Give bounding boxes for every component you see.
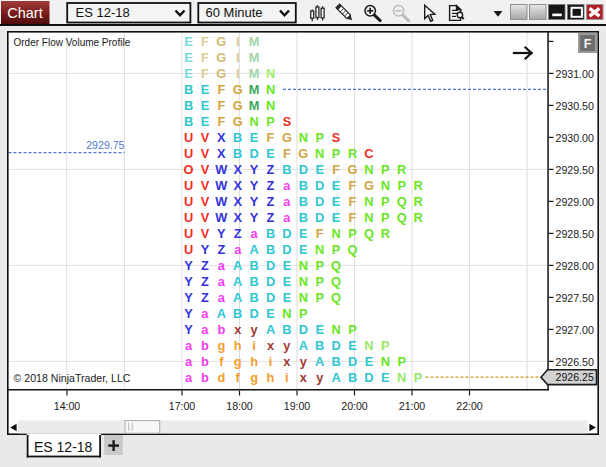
svg-text:G: G <box>282 130 292 145</box>
svg-text:P: P <box>315 130 324 145</box>
svg-text:D: D <box>266 274 275 289</box>
svg-text:f: f <box>219 354 224 369</box>
svg-text:i: i <box>269 354 273 369</box>
svg-text:a: a <box>218 290 226 305</box>
svg-text:F: F <box>217 82 225 97</box>
svg-text:D: D <box>331 338 340 353</box>
svg-text:P: P <box>397 354 406 369</box>
svg-text:A: A <box>266 322 275 337</box>
svg-text:b: b <box>201 354 209 369</box>
svg-text:Y: Y <box>184 274 193 289</box>
svg-text:N: N <box>397 370 406 385</box>
svg-text:N: N <box>364 162 373 177</box>
svg-text:B: B <box>266 242 275 257</box>
svg-text:18:00: 18:00 <box>226 400 253 412</box>
svg-text:X: X <box>217 146 226 161</box>
svg-text:A: A <box>233 274 242 289</box>
svg-text:Z: Z <box>201 290 209 305</box>
svg-text:a: a <box>234 242 242 257</box>
svg-text:M: M <box>249 66 260 81</box>
svg-text:g: g <box>250 370 258 385</box>
svg-text:X: X <box>233 210 242 225</box>
svg-text:E: E <box>184 66 193 81</box>
svg-text:B: B <box>233 306 242 321</box>
svg-text:a: a <box>283 210 291 225</box>
svg-text:Z: Z <box>267 210 275 225</box>
svg-text:© 2018 NinjaTrader, LLC: © 2018 NinjaTrader, LLC <box>14 372 131 384</box>
svg-text:2930.00: 2930.00 <box>556 132 594 144</box>
svg-text:M: M <box>249 98 260 113</box>
svg-text:D: D <box>299 162 308 177</box>
svg-text:Y: Y <box>201 242 210 257</box>
svg-text:R: R <box>413 210 422 225</box>
svg-text:I: I <box>236 50 240 65</box>
svg-text:Z: Z <box>201 274 209 289</box>
svg-text:19:00: 19:00 <box>284 400 311 412</box>
svg-text:O: O <box>184 162 194 177</box>
svg-text:E: E <box>283 290 292 305</box>
svg-text:2928.50: 2928.50 <box>556 228 594 240</box>
svg-text:E: E <box>283 258 292 273</box>
svg-text:y: y <box>283 338 291 353</box>
svg-text:D: D <box>282 226 291 241</box>
svg-text:V: V <box>201 178 210 193</box>
svg-text:E: E <box>266 146 275 161</box>
svg-text:a: a <box>283 178 291 193</box>
svg-text:F: F <box>316 226 324 241</box>
svg-text:B: B <box>249 258 258 273</box>
svg-text:D: D <box>348 354 357 369</box>
svg-text:P: P <box>348 322 357 337</box>
svg-text:x: x <box>267 338 275 353</box>
svg-text:D: D <box>315 178 324 193</box>
svg-text:G: G <box>364 178 374 193</box>
svg-text:E: E <box>315 162 324 177</box>
svg-text:W: W <box>215 194 228 209</box>
svg-text:N: N <box>331 322 340 337</box>
svg-text:F: F <box>349 178 357 193</box>
svg-text:Z: Z <box>267 178 275 193</box>
svg-text:A: A <box>249 242 258 257</box>
svg-text:F: F <box>267 130 275 145</box>
svg-text:P: P <box>381 162 390 177</box>
svg-text:Y: Y <box>184 258 193 273</box>
svg-text:G: G <box>233 82 243 97</box>
svg-text:S: S <box>283 114 292 129</box>
svg-text:V: V <box>201 130 210 145</box>
svg-text:N: N <box>331 226 340 241</box>
svg-text:B: B <box>233 146 242 161</box>
svg-text:b: b <box>201 370 209 385</box>
svg-text:21:00: 21:00 <box>399 400 426 412</box>
svg-text:A: A <box>299 338 308 353</box>
svg-text:Y: Y <box>217 226 226 241</box>
svg-text:D: D <box>249 146 258 161</box>
svg-text:N: N <box>315 242 324 257</box>
svg-text:Y: Y <box>250 162 259 177</box>
svg-text:V: V <box>201 226 210 241</box>
svg-text:C: C <box>364 146 373 161</box>
svg-text:a: a <box>251 226 259 241</box>
svg-text:V: V <box>201 162 210 177</box>
svg-text:N: N <box>364 194 373 209</box>
svg-text:B: B <box>282 322 291 337</box>
svg-text:M: M <box>249 50 260 65</box>
svg-text:14:00: 14:00 <box>54 400 81 412</box>
svg-text:U: U <box>184 194 193 209</box>
svg-text:E: E <box>201 98 210 113</box>
svg-text:E: E <box>201 82 210 97</box>
svg-text:g: g <box>234 354 242 369</box>
svg-text:R: R <box>381 226 390 241</box>
svg-text:E: E <box>299 242 308 257</box>
svg-text:B: B <box>184 98 193 113</box>
svg-text:S: S <box>332 130 341 145</box>
svg-text:A: A <box>315 354 324 369</box>
svg-text:D: D <box>364 370 373 385</box>
svg-text:2931.00: 2931.00 <box>556 68 594 80</box>
svg-text:E: E <box>250 130 259 145</box>
svg-text:N: N <box>315 146 324 161</box>
svg-text:a: a <box>201 322 209 337</box>
svg-text:B: B <box>282 162 291 177</box>
svg-text:U: U <box>184 242 193 257</box>
svg-text:E: E <box>201 114 210 129</box>
svg-text:i: i <box>252 338 256 353</box>
svg-text:E: E <box>184 34 193 49</box>
